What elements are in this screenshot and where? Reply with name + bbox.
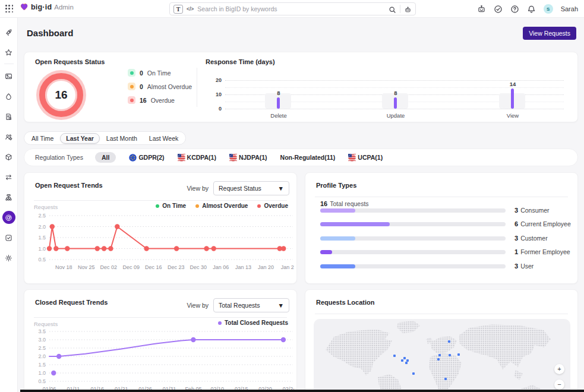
- time-filter-last-year[interactable]: Last Year: [60, 133, 100, 144]
- tasks-check-icon[interactable]: [494, 5, 503, 14]
- bottom-window-edge: [20, 390, 584, 392]
- document-search-icon: [5, 113, 12, 121]
- search-divider: [400, 5, 400, 13]
- status-legend-item: 16 Overdue: [128, 96, 192, 104]
- profile-bar-fill[interactable]: [320, 264, 355, 268]
- regulation-chip-non-regulated-11-[interactable]: Non-Regulated(11): [280, 154, 336, 161]
- profile-bar-label: 3User: [514, 263, 534, 270]
- profile-bar-fill[interactable]: [320, 236, 355, 241]
- page-title: Dashboard: [27, 28, 73, 38]
- profile-bar-label: 3Customer: [514, 235, 548, 242]
- ai-assistant-icon[interactable]: [404, 5, 412, 13]
- svg-text:3.0: 3.0: [38, 337, 46, 343]
- sidebar-item-rocket[interactable]: [2, 26, 15, 39]
- sidebar-item-transfer-arrows[interactable]: [2, 170, 15, 184]
- open-trends-legend: On TimeAlmost OverdueOverdue: [156, 203, 288, 209]
- legend-label: On Time: [162, 203, 186, 209]
- svg-text:1.5: 1.5: [38, 235, 46, 241]
- logo-admin-label: Admin: [54, 4, 74, 11]
- open-trends-viewby-select[interactable]: Request Status▼: [213, 181, 289, 195]
- profile-bar-label: 6Current Employee: [514, 220, 571, 227]
- help-icon[interactable]: [510, 5, 519, 14]
- request-location-marker[interactable]: [449, 354, 451, 356]
- status-legend-item: 0 Almost Overdue: [128, 83, 192, 90]
- closed-trends-legend: Total Closed Requests: [218, 320, 288, 326]
- time-filter-all-time[interactable]: All Time: [26, 134, 59, 143]
- regulation-chip-all[interactable]: All: [95, 152, 116, 163]
- notifications-bell-icon[interactable]: [527, 5, 536, 14]
- search-input[interactable]: [197, 5, 385, 12]
- request-location-marker[interactable]: [438, 354, 441, 356]
- view-requests-button[interactable]: View Requests: [523, 27, 576, 40]
- svg-text:2.5: 2.5: [38, 345, 46, 351]
- droplet-icon: [5, 93, 12, 100]
- map-zoom-in-button[interactable]: +: [554, 364, 564, 374]
- sidebar-item-users-gear[interactable]: [2, 130, 15, 143]
- sidebar-item-hierarchy[interactable]: [2, 191, 15, 204]
- regulation-chip-kcdpa-1-[interactable]: KCDPA(1): [178, 154, 216, 162]
- profile-bar-fill[interactable]: [320, 222, 390, 226]
- request-location-marker[interactable]: [448, 340, 450, 343]
- svg-text:1.0: 1.0: [38, 370, 46, 376]
- request-location-marker[interactable]: [405, 362, 408, 364]
- time-filter-last-week[interactable]: Last Week: [144, 134, 184, 143]
- regulation-chip-njdpa-1-[interactable]: NJDPA(1): [229, 154, 267, 162]
- request-location-marker[interactable]: [457, 353, 460, 356]
- svg-text:1.0: 1.0: [38, 246, 46, 252]
- sidebar-item-cube[interactable]: [2, 150, 15, 163]
- profile-bar-fill[interactable]: [320, 208, 355, 213]
- bigid-heart-icon: [20, 2, 29, 11]
- divider: [315, 197, 568, 197]
- map-zoom-out-button[interactable]: −: [554, 380, 564, 390]
- search-query-mode-button[interactable]: </>: [187, 6, 194, 12]
- regulation-chip-gdpr-2-[interactable]: GDPR(2): [129, 154, 164, 162]
- bar-view[interactable]: [511, 88, 514, 109]
- profile-bar-label: 3Consumer: [514, 207, 550, 214]
- search-text-mode-button[interactable]: T: [173, 5, 183, 14]
- chip-label: KCDPA(1): [187, 154, 216, 161]
- request-location-marker[interactable]: [393, 355, 396, 357]
- sidebar-item-tasks-check[interactable]: [2, 231, 15, 244]
- bar-delete[interactable]: [277, 97, 280, 109]
- request-location-marker[interactable]: [437, 358, 440, 361]
- profile-bar-track: [320, 222, 506, 226]
- closed-trends-line-chart: 3.53.02.52.01.51.00.501/0601/1101/1601/2…: [29, 327, 294, 392]
- sidebar-item-settings[interactable]: [2, 251, 15, 264]
- app-launcher-icon[interactable]: [5, 5, 14, 13]
- request-location-marker[interactable]: [412, 372, 415, 375]
- closed-trends-viewby-select[interactable]: Total Requests▼: [213, 298, 289, 312]
- profile-bar-fill[interactable]: [320, 250, 332, 254]
- user-avatar[interactable]: S: [544, 4, 553, 14]
- bar-update[interactable]: [394, 97, 397, 109]
- eu-flag-icon: [129, 154, 137, 162]
- regulation-chip-ucpa-1-[interactable]: UCPA(1): [348, 154, 383, 162]
- legend-item: Almost Overdue: [195, 203, 248, 209]
- bigid-logo[interactable]: big·id Admin: [20, 2, 74, 11]
- sidebar-separator: [4, 64, 14, 64]
- global-search-bar[interactable]: T </>: [169, 2, 416, 15]
- request-location-marker[interactable]: [406, 359, 409, 362]
- svg-text:Dec 16: Dec 16: [145, 264, 162, 270]
- closed-trends-title: Closed Request Trends: [35, 299, 108, 306]
- legend-count: 16: [140, 97, 147, 104]
- sidebar-item-droplet[interactable]: [2, 90, 15, 103]
- time-filter-last-month[interactable]: Last Month: [101, 134, 143, 143]
- sidebar-item-star[interactable]: [2, 46, 15, 59]
- sidebar-item-document-search[interactable]: [2, 110, 15, 123]
- sidebar-item-privacy-portal[interactable]: [2, 211, 15, 224]
- requests-location-card: Requests Location + −: [305, 289, 578, 392]
- request-location-marker[interactable]: [401, 359, 403, 362]
- legend-dot: [156, 204, 159, 208]
- legend-item: Total Closed Requests: [218, 320, 288, 326]
- divider: [34, 200, 287, 201]
- request-location-marker[interactable]: [444, 378, 447, 380]
- sidebar-item-image[interactable]: [2, 69, 15, 83]
- world-map[interactable]: + −: [314, 319, 570, 392]
- open-trends-title: Open Request Trends: [35, 182, 103, 189]
- legend-dot: [218, 321, 222, 325]
- request-location-marker[interactable]: [403, 357, 406, 359]
- legend-label: Overdue: [151, 97, 175, 104]
- search-icon[interactable]: [389, 5, 396, 13]
- assistant-robot-icon[interactable]: [477, 5, 486, 14]
- top-bar: big·id Admin T </> S Sarah: [0, 0, 584, 18]
